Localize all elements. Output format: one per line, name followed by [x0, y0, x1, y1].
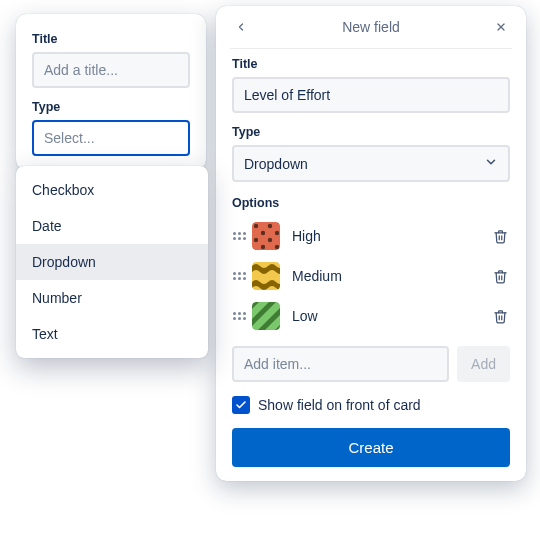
modal-title: New field: [252, 19, 490, 35]
new-field-preview-panel: Title Add a title... Type Select...: [16, 14, 206, 170]
add-item-button[interactable]: Add: [457, 346, 510, 382]
dropdown-item-date[interactable]: Date: [16, 208, 208, 244]
color-swatch[interactable]: [252, 302, 280, 330]
option-label: Low: [292, 308, 490, 324]
type-label: Type: [32, 100, 190, 114]
svg-rect-4: [252, 302, 280, 330]
delete-option-icon[interactable]: [490, 306, 510, 326]
dropdown-item-checkbox[interactable]: Checkbox: [16, 172, 208, 208]
title-label: Title: [32, 32, 190, 46]
modal-header: New field: [230, 16, 512, 49]
dropdown-item-dropdown[interactable]: Dropdown: [16, 244, 208, 280]
new-field-modal: New field Title Type Dropdown Options Hi…: [216, 6, 526, 481]
type-select[interactable]: Select...: [32, 120, 190, 156]
options-list: HighMediumLow: [232, 216, 510, 336]
dropdown-item-number[interactable]: Number: [16, 280, 208, 316]
back-icon[interactable]: [230, 16, 252, 38]
options-label: Options: [232, 196, 510, 210]
option-row: Medium: [232, 256, 510, 296]
modal-type-label: Type: [232, 125, 510, 139]
color-swatch[interactable]: [252, 262, 280, 290]
dropdown-item-text[interactable]: Text: [16, 316, 208, 352]
create-button[interactable]: Create: [232, 428, 510, 467]
close-icon[interactable]: [490, 16, 512, 38]
show-on-front-row: Show field on front of card: [232, 396, 510, 414]
svg-rect-3: [252, 262, 280, 290]
chevron-down-icon: [484, 155, 498, 172]
option-row: Low: [232, 296, 510, 336]
add-item-row: Add item... Add: [232, 346, 510, 382]
title-input[interactable]: Add a title...: [32, 52, 190, 88]
type-dropdown-menu: CheckboxDateDropdownNumberText: [16, 166, 208, 358]
show-on-front-checkbox[interactable]: [232, 396, 250, 414]
field-title-input[interactable]: [232, 77, 510, 113]
color-swatch[interactable]: [252, 222, 280, 250]
delete-option-icon[interactable]: [490, 266, 510, 286]
option-label: High: [292, 228, 490, 244]
drag-handle-icon[interactable]: [232, 232, 246, 240]
option-label: Medium: [292, 268, 490, 284]
delete-option-icon[interactable]: [490, 226, 510, 246]
option-row: High: [232, 216, 510, 256]
svg-rect-2: [252, 222, 280, 250]
show-on-front-label: Show field on front of card: [258, 397, 421, 413]
drag-handle-icon[interactable]: [232, 312, 246, 320]
drag-handle-icon[interactable]: [232, 272, 246, 280]
modal-title-label: Title: [232, 57, 510, 71]
field-type-value: Dropdown: [244, 156, 308, 172]
field-type-select[interactable]: Dropdown: [232, 145, 510, 182]
add-item-input[interactable]: Add item...: [232, 346, 449, 382]
